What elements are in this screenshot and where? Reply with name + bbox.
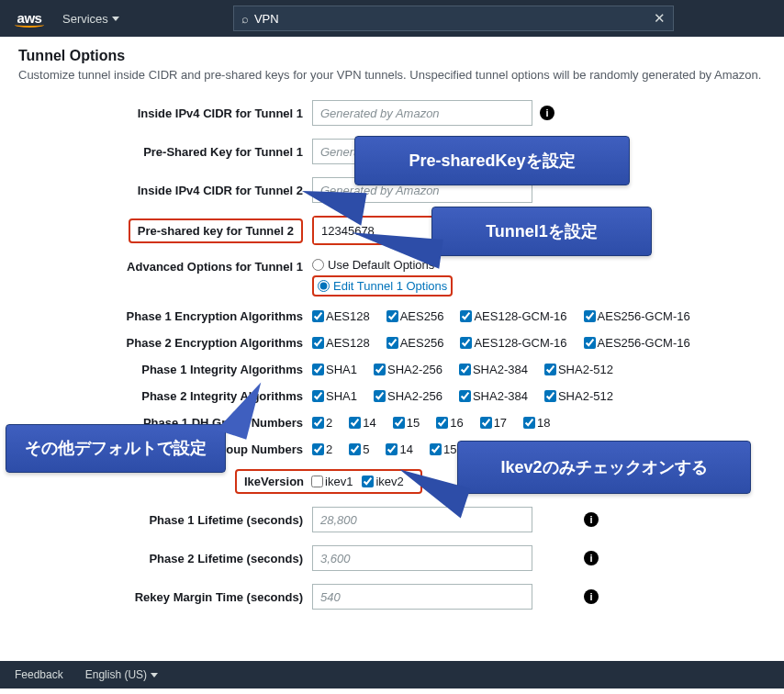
callout-ikev2: Ikev2のみチェックオンする — [457, 441, 751, 494]
label-advanced-tunnel1: Advanced Options for Tunnel 1 — [18, 258, 312, 274]
check-p2enc-aes128[interactable]: AES128 — [312, 336, 370, 350]
info-icon[interactable]: i — [540, 106, 554, 120]
check-p1dh-16[interactable]: 16 — [436, 416, 463, 430]
check-p2dh-15[interactable]: 15 — [430, 442, 456, 456]
check-p1int-sha1[interactable]: SHA1 — [312, 363, 357, 376]
services-menu[interactable]: Services — [62, 12, 119, 26]
check-p1int-sha256[interactable]: SHA2-256 — [374, 363, 442, 376]
label-p2-encryption: Phase 2 Encryption Algorithms — [18, 336, 312, 350]
check-p1dh-18[interactable]: 18 — [523, 416, 550, 430]
aws-logo: aws — [15, 10, 44, 28]
label-p2-integrity: Phase 2 Integrity Algorithms — [18, 389, 312, 403]
check-p2enc-aes128gcm[interactable]: AES128-GCM-16 — [460, 336, 566, 350]
global-search[interactable]: ⌕ ✕ — [233, 6, 674, 31]
check-p1dh-2[interactable]: 2 — [312, 416, 332, 430]
check-p1enc-aes128gcm[interactable]: AES128-GCM-16 — [460, 309, 566, 323]
check-p2int-sha256[interactable]: SHA2-256 — [374, 389, 442, 403]
highlight-edit-tunnel1: Edit Tunnel 1 Options — [312, 275, 453, 297]
label-psk-tunnel1: Pre-Shared Key for Tunnel 1 — [18, 145, 312, 159]
search-input[interactable] — [249, 12, 654, 26]
callout-psk: Pre-sharedKeyを設定 — [354, 136, 630, 185]
check-p1dh-17[interactable]: 17 — [480, 416, 507, 430]
check-p1int-sha384[interactable]: SHA2-384 — [459, 363, 528, 376]
footer-bar: Feedback English (US) — [0, 661, 784, 688]
label-cidr-tunnel1: Inside IPv4 CIDR for Tunnel 1 — [18, 106, 312, 120]
chevron-down-icon — [151, 673, 158, 677]
label-cidr-tunnel2: Inside IPv4 CIDR for Tunnel 2 — [18, 184, 312, 197]
check-p2enc-aes256[interactable]: AES256 — [386, 336, 444, 350]
check-p1enc-aes256gcm[interactable]: AES256-GCM-16 — [584, 309, 690, 323]
callout-default: その他デフォルトで設定 — [6, 424, 226, 473]
label-rekey-margin: Rekey Margin Time (seconds) — [18, 590, 312, 604]
check-p2dh-5[interactable]: 5 — [349, 442, 369, 456]
section-description: Customize tunnel inside CIDR and pre-sha… — [18, 68, 766, 82]
check-p2int-sha1[interactable]: SHA1 — [312, 389, 357, 403]
label-p1-integrity: Phase 1 Integrity Algorithms — [18, 363, 312, 376]
clear-search-icon[interactable]: ✕ — [654, 10, 666, 27]
info-icon[interactable]: i — [584, 589, 599, 604]
check-p1enc-aes128[interactable]: AES128 — [312, 309, 370, 323]
check-p2enc-aes256gcm[interactable]: AES256-GCM-16 — [584, 336, 690, 350]
callout-tunnel1: Tunnel1を設定 — [431, 207, 652, 256]
top-navbar: aws Services ⌕ ✕ — [0, 0, 784, 37]
info-icon[interactable]: i — [584, 551, 599, 565]
input-p2-lifetime[interactable] — [312, 545, 532, 571]
services-label: Services — [62, 12, 108, 26]
check-p2dh-2[interactable]: 2 — [312, 442, 332, 456]
label-p2-lifetime: Phase 2 Lifetime (seconds) — [18, 552, 312, 565]
input-p1-lifetime[interactable] — [312, 507, 532, 532]
check-p1dh-14[interactable]: 14 — [349, 416, 375, 430]
language-selector[interactable]: English (US) — [85, 668, 158, 681]
feedback-link[interactable]: Feedback — [15, 668, 63, 681]
search-icon: ⌕ — [241, 12, 249, 26]
check-p1int-sha512[interactable]: SHA2-512 — [544, 363, 613, 376]
info-icon[interactable]: i — [584, 512, 599, 527]
radio-edit-tunnel1[interactable]: Edit Tunnel 1 Options — [318, 279, 447, 293]
chevron-down-icon — [112, 17, 119, 21]
check-p1enc-aes256[interactable]: AES256 — [386, 309, 444, 323]
check-p2int-sha512[interactable]: SHA2-512 — [544, 389, 613, 403]
highlight-psk-tunnel2: Pre-shared key for Tunnel 2 — [129, 218, 303, 243]
input-cidr-tunnel1[interactable] — [312, 100, 532, 126]
check-p2int-sha384[interactable]: SHA2-384 — [459, 389, 528, 403]
label-p1-encryption: Phase 1 Encryption Algorithms — [18, 309, 312, 323]
label-psk-tunnel2: Pre-shared key for Tunnel 2 — [138, 224, 294, 238]
label-p1-lifetime: Phase 1 Lifetime (seconds) — [18, 513, 312, 527]
check-p2dh-14[interactable]: 14 — [386, 442, 412, 456]
section-title: Tunnel Options — [18, 48, 766, 64]
input-rekey-margin[interactable] — [312, 584, 532, 610]
check-p1dh-15[interactable]: 15 — [393, 416, 420, 430]
check-ikev1[interactable]: ikev1 — [311, 475, 353, 488]
